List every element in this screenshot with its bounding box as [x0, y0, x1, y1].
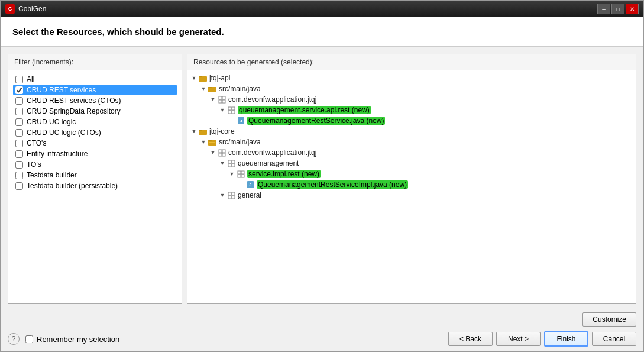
svg-rect-35: [232, 192, 235, 195]
tree-toggle-4[interactable]: [228, 117, 236, 125]
svg-rect-31: [241, 175, 244, 177]
svg-rect-1: [199, 76, 202, 77]
tree-node-text-5: jtqj-core: [209, 127, 235, 135]
tree-node[interactable]: ▼src/main/java: [187, 83, 636, 94]
main-content: Filter (increments): AllCRUD REST servic…: [1, 49, 643, 309]
tree-node[interactable]: ▼general: [187, 190, 636, 201]
filter-label-crud-springdata: CRUD SpringData Repository: [27, 107, 121, 115]
remember-row: Remember my selection: [25, 335, 119, 344]
tree-node-text-8: queuemanagement: [238, 159, 299, 167]
filter-checkbox-testdata-builder[interactable]: [15, 172, 23, 179]
filter-item-all[interactable]: All: [13, 74, 177, 85]
customize-button[interactable]: Customize: [582, 312, 636, 327]
tree-toggle-7[interactable]: ▼: [209, 148, 217, 157]
tree-toggle-6[interactable]: ▼: [199, 138, 208, 146]
tree-toggle-10[interactable]: [237, 180, 245, 189]
window-controls: – □ ✕: [597, 4, 639, 14]
filter-checkbox-crud-uc-logic-ctos[interactable]: [15, 129, 23, 137]
filter-item-entity-infra[interactable]: Entity infrastructure: [13, 148, 177, 159]
tree-icon-pkg: [208, 137, 217, 147]
tree-node-text-11: general: [238, 191, 261, 199]
svg-rect-20: [219, 150, 222, 153]
svg-rect-21: [222, 150, 225, 153]
svg-rect-28: [238, 171, 241, 174]
resources-panel: Resources to be generated (selected): ▼j…: [187, 54, 636, 304]
svg-text:J: J: [249, 183, 251, 187]
filter-item-crud-springdata[interactable]: CRUD SpringData Repository: [13, 106, 177, 117]
page-title: Select the Resources, which should be ge…: [12, 27, 632, 37]
filter-checkbox-testdata-persistable[interactable]: [15, 182, 23, 190]
tree-toggle-5[interactable]: ▼: [190, 127, 198, 135]
next-button[interactable]: Next >: [496, 332, 541, 346]
tree-toggle-1[interactable]: ▼: [199, 85, 208, 93]
cancel-button[interactable]: Cancel: [592, 332, 636, 346]
filter-checkbox-crud-rest-ctos[interactable]: [15, 97, 23, 105]
maximize-button[interactable]: □: [611, 4, 624, 14]
tree-node[interactable]: ▼jtqj-api: [187, 73, 636, 83]
filter-label-testdata-builder: Testdata builder: [27, 171, 77, 179]
svg-rect-27: [232, 164, 235, 167]
titlebar: C CobiGen – □ ✕: [1, 1, 643, 17]
filter-label-tos: TO's: [27, 160, 41, 169]
tree-toggle-9[interactable]: ▼: [228, 170, 236, 178]
filter-checkbox-tos[interactable]: [15, 161, 23, 169]
finish-button[interactable]: Finish: [544, 331, 588, 347]
tree-toggle-8[interactable]: ▼: [218, 159, 226, 167]
tree-toggle-2[interactable]: ▼: [209, 95, 217, 104]
filter-item-crud-rest[interactable]: CRUD REST services: [13, 85, 177, 95]
tree-area[interactable]: ▼jtqj-api▼src/main/java▼com.devonfw.appl…: [187, 70, 636, 303]
filter-checkbox-crud-uc-logic[interactable]: [15, 118, 23, 126]
tree-toggle-0[interactable]: ▼: [190, 74, 198, 82]
footer: Customize ? Remember my selection < Back…: [1, 309, 643, 351]
tree-node-text-9: service.impl.rest (new): [247, 170, 321, 178]
tree-node[interactable]: ▼com.devonfw.application.jtqj: [187, 147, 636, 158]
filter-item-crud-uc-logic[interactable]: CRUD UC logic: [13, 117, 177, 127]
filter-list: AllCRUD REST servicesCRUD REST services …: [8, 70, 182, 303]
filter-label-testdata-persistable: Testdata builder (persistable): [27, 182, 118, 190]
filter-checkbox-ctos[interactable]: [15, 140, 23, 147]
tree-node[interactable]: ▼src/main/java: [187, 137, 636, 147]
svg-text:J: J: [240, 119, 242, 123]
window-title: CobiGen: [18, 5, 597, 13]
tree-toggle-3[interactable]: ▼: [218, 106, 226, 114]
tree-node[interactable]: ▼service.impl.rest (new): [187, 169, 636, 179]
filter-item-tos[interactable]: TO's: [13, 159, 177, 170]
filter-item-testdata-builder[interactable]: Testdata builder: [13, 170, 177, 180]
filter-checkbox-crud-rest[interactable]: [15, 86, 23, 94]
tree-icon-java: J: [245, 180, 255, 189]
filter-item-crud-rest-ctos[interactable]: CRUD REST services (CTOs): [13, 95, 177, 106]
tree-icon-grid: [236, 169, 245, 179]
back-button[interactable]: < Back: [448, 332, 493, 346]
filter-checkbox-entity-infra[interactable]: [15, 150, 23, 158]
filter-item-testdata-persistable[interactable]: Testdata builder (persistable): [13, 180, 177, 191]
filter-checkbox-all[interactable]: [15, 76, 23, 83]
tree-node[interactable]: ▼com.devonfw.application.jtqj: [187, 94, 636, 105]
svg-rect-23: [222, 153, 225, 156]
filter-item-crud-uc-logic-ctos[interactable]: CRUD UC logic (CTOs): [13, 127, 177, 138]
tree-node[interactable]: ▼queuemanagement: [187, 158, 636, 169]
remember-checkbox[interactable]: [25, 335, 33, 343]
svg-rect-6: [222, 96, 225, 99]
tree-node[interactable]: JQueuemanagementRestServiceImpl.java (ne…: [187, 179, 636, 190]
tree-node-text-10: QueuemanagementRestServiceImpl.java (new…: [257, 180, 408, 189]
tree-node[interactable]: JQueuemanagementRestService.java (new): [187, 115, 636, 126]
filter-panel-label: Filter (increments):: [8, 54, 182, 70]
tree-node-text-4: QueuemanagementRestService.java (new): [247, 117, 385, 125]
help-button[interactable]: ?: [8, 333, 20, 345]
tree-toggle-11[interactable]: ▼: [218, 191, 226, 199]
tree-icon-grid: [217, 148, 226, 157]
tree-icon-pkg: [208, 84, 217, 93]
svg-rect-16: [199, 130, 202, 131]
tree-icon-java: J: [236, 116, 245, 125]
svg-rect-12: [232, 111, 235, 114]
svg-rect-37: [232, 196, 235, 199]
filter-item-ctos[interactable]: CTO's: [13, 138, 177, 148]
tree-node-text-1: src/main/java: [219, 85, 261, 93]
tree-node[interactable]: ▼queuemanagement.service.api.rest (new): [187, 105, 636, 115]
tree-node[interactable]: ▼jtqj-core: [187, 126, 636, 137]
filter-label-crud-rest-ctos: CRUD REST services (CTOs): [27, 96, 121, 105]
svg-rect-4: [209, 89, 215, 89]
filter-checkbox-crud-springdata[interactable]: [15, 108, 23, 115]
close-button[interactable]: ✕: [626, 4, 639, 14]
minimize-button[interactable]: –: [597, 4, 610, 14]
